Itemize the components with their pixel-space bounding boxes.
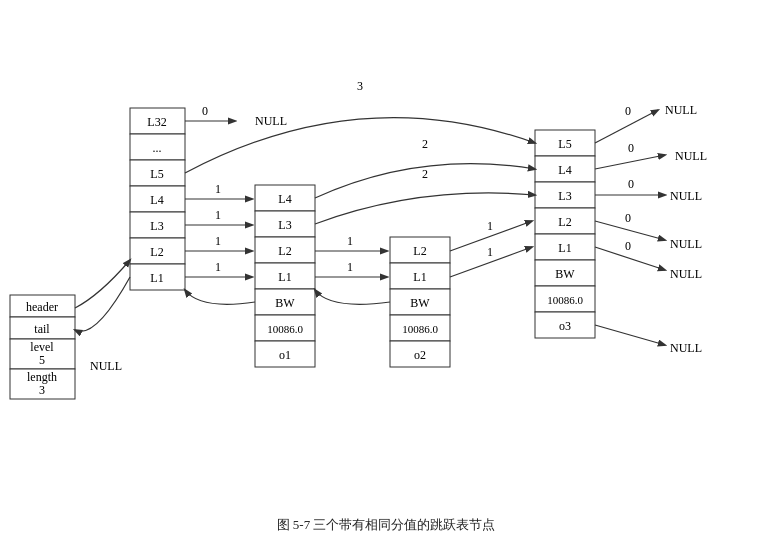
arrow-label-2-l4: 2 bbox=[422, 137, 428, 151]
tail-label: tail bbox=[34, 322, 50, 336]
caption-text: 图 5-7 三个带有相同分值的跳跃表节点 bbox=[277, 517, 496, 532]
svg-text:L2: L2 bbox=[278, 244, 291, 258]
level-label: level bbox=[30, 340, 54, 354]
svg-text:L3: L3 bbox=[558, 189, 571, 203]
length-val: 3 bbox=[39, 383, 45, 397]
svg-text:...: ... bbox=[153, 141, 162, 155]
svg-text:L5: L5 bbox=[558, 137, 571, 151]
arrow-label-1-l2a: 1 bbox=[215, 234, 221, 248]
node0: L32 ... L5 L4 L3 L2 L1 bbox=[130, 108, 185, 290]
null-n3-l5: NULL bbox=[665, 103, 697, 117]
level-val: 5 bbox=[39, 353, 45, 367]
svg-text:BW: BW bbox=[410, 296, 430, 310]
svg-text:L32: L32 bbox=[147, 115, 166, 129]
svg-text:L1: L1 bbox=[413, 270, 426, 284]
null-n3-bw: NULL bbox=[670, 341, 702, 355]
svg-text:L5: L5 bbox=[150, 167, 163, 181]
null-label-0: NULL bbox=[255, 114, 287, 128]
svg-text:L3: L3 bbox=[278, 218, 291, 232]
svg-text:L1: L1 bbox=[150, 271, 163, 285]
svg-line-68 bbox=[595, 155, 665, 169]
arrow-label-1-l2b: 1 bbox=[347, 234, 353, 248]
svg-text:L2: L2 bbox=[150, 245, 163, 259]
null-header: NULL bbox=[90, 359, 122, 373]
length-label: length bbox=[27, 370, 57, 384]
svg-text:L2: L2 bbox=[413, 244, 426, 258]
arrow-label-1-l1b: 1 bbox=[347, 260, 353, 274]
node3: L5 L4 L3 L2 L1 BW 10086.0 o3 bbox=[535, 130, 595, 338]
svg-text:L2: L2 bbox=[558, 215, 571, 229]
svg-text:10086.0: 10086.0 bbox=[402, 323, 438, 335]
node2: L2 L1 BW 10086.0 o2 bbox=[390, 237, 450, 367]
null-n3-l1: NULL bbox=[670, 267, 702, 281]
arrow-label-0-top: 0 bbox=[202, 104, 208, 118]
svg-text:BW: BW bbox=[275, 296, 295, 310]
null-n3-l5-label: 0 bbox=[625, 104, 631, 118]
arrow-label-1-l2c: 1 bbox=[487, 219, 493, 233]
null-n3-l3: NULL bbox=[670, 189, 702, 203]
figure-caption: 图 5-7 三个带有相同分值的跳跃表节点 bbox=[0, 510, 772, 538]
arrow-label-1-l4: 1 bbox=[215, 182, 221, 196]
arrow-label-2-l3: 2 bbox=[422, 167, 428, 181]
svg-text:L4: L4 bbox=[150, 193, 163, 207]
svg-text:BW: BW bbox=[555, 267, 575, 281]
header-box: header tail level 5 length 3 bbox=[10, 295, 75, 399]
skip-list-diagram: header tail level 5 length 3 L32 ... L5 … bbox=[0, 0, 772, 510]
svg-text:o3: o3 bbox=[559, 319, 571, 333]
svg-text:o2: o2 bbox=[414, 348, 426, 362]
svg-text:10086.0: 10086.0 bbox=[547, 294, 583, 306]
header-label: header bbox=[26, 300, 58, 314]
null-n3-l1-label: 0 bbox=[625, 239, 631, 253]
arrow-label-1-l1c: 1 bbox=[487, 245, 493, 259]
arrow-label-1-l3: 1 bbox=[215, 208, 221, 222]
svg-text:L4: L4 bbox=[558, 163, 571, 177]
arrow-label-3: 3 bbox=[357, 79, 363, 93]
null-n3-l2-label: 0 bbox=[625, 211, 631, 225]
svg-text:L3: L3 bbox=[150, 219, 163, 233]
svg-text:10086.0: 10086.0 bbox=[267, 323, 303, 335]
svg-text:o1: o1 bbox=[279, 348, 291, 362]
svg-text:L1: L1 bbox=[558, 241, 571, 255]
null-n3-l4-label: 0 bbox=[628, 141, 634, 155]
null-n3-l2: NULL bbox=[670, 237, 702, 251]
svg-text:L4: L4 bbox=[278, 192, 291, 206]
svg-line-72 bbox=[595, 325, 665, 345]
diagram-container: header tail level 5 length 3 L32 ... L5 … bbox=[0, 0, 772, 510]
node1: L4 L3 L2 L1 BW 10086.0 o1 bbox=[255, 185, 315, 367]
svg-text:L1: L1 bbox=[278, 270, 291, 284]
null-n3-l4: NULL bbox=[675, 149, 707, 163]
arrow-label-1-l1a: 1 bbox=[215, 260, 221, 274]
null-n3-l3-label: 0 bbox=[628, 177, 634, 191]
